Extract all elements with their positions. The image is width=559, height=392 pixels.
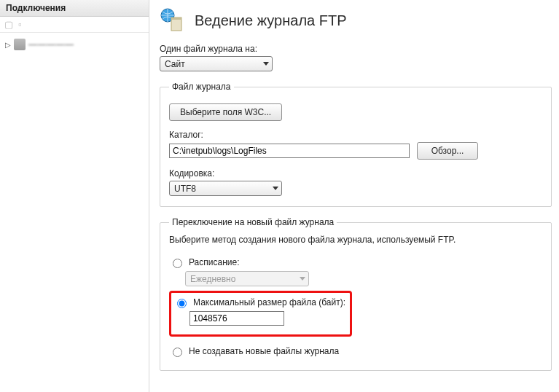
- rollover-legend: Переключение на новый файл журнала: [169, 217, 337, 227]
- encoding-select[interactable]: UTF8: [169, 181, 282, 196]
- log-file-group: Файл журнала Выберите поля W3C... Катало…: [160, 82, 552, 207]
- no-new-files-radio[interactable]: [173, 348, 182, 357]
- select-w3c-fields-button[interactable]: Выберите поля W3C...: [169, 103, 282, 121]
- select-w3c-fields-label: Выберите поля W3C...: [180, 107, 271, 117]
- schedule-value: Ежедневно: [190, 274, 235, 284]
- max-size-radio-label: Максимальный размер файла (байт):: [193, 297, 345, 307]
- page-title: Ведение журнала FTP: [195, 12, 347, 29]
- catalog-input[interactable]: [169, 144, 410, 158]
- one-log-per-label: Один файл журнала на:: [160, 44, 552, 54]
- tree-expand-icon[interactable]: ▷: [4, 41, 11, 49]
- schedule-select: Ежедневно: [185, 271, 309, 286]
- sidebar-title: Подключения: [0, 0, 149, 17]
- connections-tree: ▷ —————: [0, 33, 149, 56]
- chevron-down-icon: [273, 187, 278, 190]
- chevron-down-icon: [263, 62, 269, 66]
- page-icon: ▢ ▫: [4, 19, 22, 30]
- ftp-logging-icon: [160, 7, 186, 34]
- sidebar: Подключения ▢ ▫ ▷ —————: [0, 0, 149, 392]
- server-icon: [14, 39, 26, 50]
- chevron-down-icon: [300, 277, 305, 281]
- encoding-label: Кодировка:: [169, 168, 542, 179]
- schedule-radio[interactable]: [173, 259, 182, 268]
- sidebar-toolbar: ▢ ▫: [0, 17, 149, 33]
- svg-rect-2: [171, 17, 181, 20]
- rollover-hint: Выберите метод создания нового файла жур…: [169, 235, 542, 245]
- catalog-label: Каталог:: [169, 130, 542, 140]
- max-size-radio[interactable]: [177, 299, 187, 308]
- encoding-value: UTF8: [174, 184, 196, 194]
- max-size-input[interactable]: [189, 311, 284, 326]
- tree-item-label: —————: [28, 39, 74, 50]
- tree-item[interactable]: ▷ —————: [3, 37, 146, 52]
- log-file-legend: Файл журнала: [169, 82, 234, 92]
- browse-button-label: Обзор...: [431, 146, 464, 156]
- content-pane: Ведение журнала FTP Один файл журнала на…: [149, 0, 559, 392]
- browse-button[interactable]: Обзор...: [417, 142, 478, 160]
- schedule-radio-label: Расписание:: [189, 257, 240, 267]
- one-log-per-select[interactable]: Сайт: [160, 56, 273, 71]
- rollover-group: Переключение на новый файл журнала Выбер…: [160, 217, 552, 371]
- one-log-per-value: Сайт: [165, 59, 185, 69]
- no-new-files-radio-label: Не создавать новые файлы журнала: [189, 346, 339, 356]
- max-size-highlight: Максимальный размер файла (байт):: [169, 291, 352, 337]
